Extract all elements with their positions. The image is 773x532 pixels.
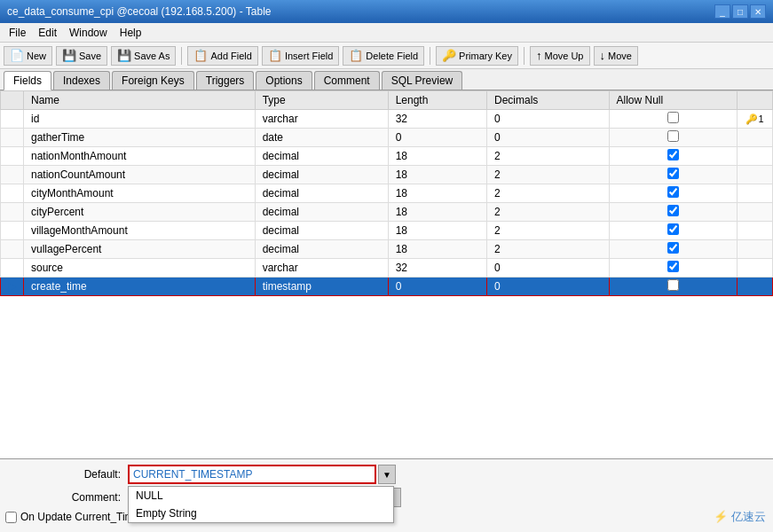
row-name[interactable]: nationCountAmount [24,166,256,184]
tab-foreign-keys[interactable]: Foreign Keys [112,71,194,90]
row-length[interactable]: 18 [388,240,486,259]
row-allow-null[interactable] [609,147,737,166]
allow-null-checkbox[interactable] [667,223,679,235]
tab-sql-preview[interactable]: SQL Preview [382,71,463,90]
tab-fields[interactable]: Fields [4,71,51,90]
add-field-button[interactable]: 📋 Add Field [187,46,257,66]
row-name[interactable]: cityMonthAmount [24,184,256,203]
row-length[interactable]: 18 [388,166,486,184]
default-dropdown-button[interactable]: ▼ [378,465,396,484]
allow-null-checkbox[interactable] [667,130,679,142]
tab-triggers[interactable]: Triggers [196,71,255,90]
save-as-button[interactable]: 💾 Save As [111,46,176,66]
table-row[interactable]: idvarchar320🔑1 [1,110,773,129]
table-row[interactable]: nationCountAmountdecimal182 [1,166,773,184]
row-decimals[interactable]: 2 [486,203,609,222]
row-length[interactable]: 0 [388,278,486,296]
row-decimals[interactable]: 2 [486,240,609,259]
allow-null-checkbox[interactable] [667,149,679,160]
row-allow-null[interactable] [609,184,737,203]
row-name[interactable]: gatherTime [24,129,256,147]
row-type[interactable]: varchar [255,110,388,129]
row-indicator [1,240,24,259]
allow-null-checkbox[interactable] [667,205,679,216]
tab-comment[interactable]: Comment [314,71,380,90]
insert-field-button[interactable]: 📋 Insert Field [262,46,339,66]
default-input[interactable] [128,465,376,484]
allow-null-checkbox[interactable] [667,186,679,198]
row-decimals[interactable]: 2 [486,222,609,240]
row-length[interactable]: 18 [388,147,486,166]
close-button[interactable]: ✕ [750,4,766,19]
row-type[interactable]: decimal [255,166,388,184]
row-type[interactable]: decimal [255,203,388,222]
dropdown-option-empty[interactable]: Empty String [129,505,393,522]
row-allow-null[interactable] [609,222,737,240]
table-row[interactable]: nationMonthAmountdecimal182 [1,147,773,166]
tab-indexes[interactable]: Indexes [53,71,110,90]
menu-window[interactable]: Window [64,25,113,41]
new-button[interactable]: 📄 New [4,46,52,66]
row-decimals[interactable]: 0 [486,129,609,147]
row-decimals[interactable]: 0 [486,110,609,129]
row-name[interactable]: cityPercent [24,203,256,222]
row-type[interactable]: date [255,129,388,147]
row-length[interactable]: 18 [388,203,486,222]
row-type[interactable]: decimal [255,184,388,203]
row-allow-null[interactable] [609,259,737,278]
row-length[interactable]: 0 [388,129,486,147]
row-decimals[interactable]: 2 [486,184,609,203]
row-allow-null[interactable] [609,203,737,222]
row-allow-null[interactable] [609,240,737,259]
allow-null-checkbox[interactable] [667,112,679,123]
row-allow-null[interactable] [609,129,737,147]
table-row[interactable]: cityPercentdecimal182 [1,203,773,222]
row-decimals[interactable]: 0 [486,278,609,296]
minimize-button[interactable]: _ [714,4,730,19]
allow-null-checkbox[interactable] [667,242,679,254]
row-name[interactable]: villageMonthAmount [24,222,256,240]
menu-edit[interactable]: Edit [33,25,62,41]
row-allow-null[interactable] [609,110,737,129]
row-decimals[interactable]: 2 [486,166,609,184]
move-down-button[interactable]: ↓ Move [594,46,638,66]
table-row[interactable]: gatherTimedate00 [1,129,773,147]
maximize-button[interactable]: □ [732,4,748,19]
table-row[interactable]: ▶create_timetimestamp00 [1,278,773,296]
table-row[interactable]: vullagePercentdecimal182 [1,240,773,259]
row-length[interactable]: 32 [388,110,486,129]
allow-null-checkbox[interactable] [667,279,679,291]
row-name[interactable]: source [24,259,256,278]
row-allow-null[interactable] [609,166,737,184]
row-name[interactable]: nationMonthAmount [24,147,256,166]
row-allow-null[interactable] [609,278,737,296]
save-button[interactable]: 💾 Save [56,46,107,66]
row-length[interactable]: 32 [388,259,486,278]
menu-help[interactable]: Help [114,25,147,41]
row-length[interactable]: 18 [388,222,486,240]
row-length[interactable]: 18 [388,184,486,203]
row-type[interactable]: timestamp [255,278,388,296]
row-decimals[interactable]: 0 [486,259,609,278]
row-type[interactable]: decimal [255,240,388,259]
primary-key-button[interactable]: 🔑 Primary Key [436,46,518,66]
row-name[interactable]: vullagePercent [24,240,256,259]
menu-file[interactable]: File [4,25,31,41]
row-type[interactable]: decimal [255,147,388,166]
row-name[interactable]: create_time [24,278,256,296]
delete-field-icon: 📋 [349,49,363,62]
table-row[interactable]: villageMonthAmountdecimal182 [1,222,773,240]
row-name[interactable]: id [24,110,256,129]
tab-options[interactable]: Options [256,71,312,90]
move-up-button[interactable]: ↑ Move Up [530,46,590,66]
row-type[interactable]: decimal [255,222,388,240]
row-decimals[interactable]: 2 [486,147,609,166]
table-row[interactable]: cityMonthAmountdecimal182 [1,184,773,203]
delete-field-button[interactable]: 📋 Delete Field [343,46,424,66]
row-type[interactable]: varchar [255,259,388,278]
allow-null-checkbox[interactable] [667,261,679,272]
allow-null-checkbox[interactable] [667,168,679,179]
table-row[interactable]: sourcevarchar320 [1,259,773,278]
on-update-checkbox[interactable] [5,512,17,523]
dropdown-option-null[interactable]: NULL [129,487,393,505]
